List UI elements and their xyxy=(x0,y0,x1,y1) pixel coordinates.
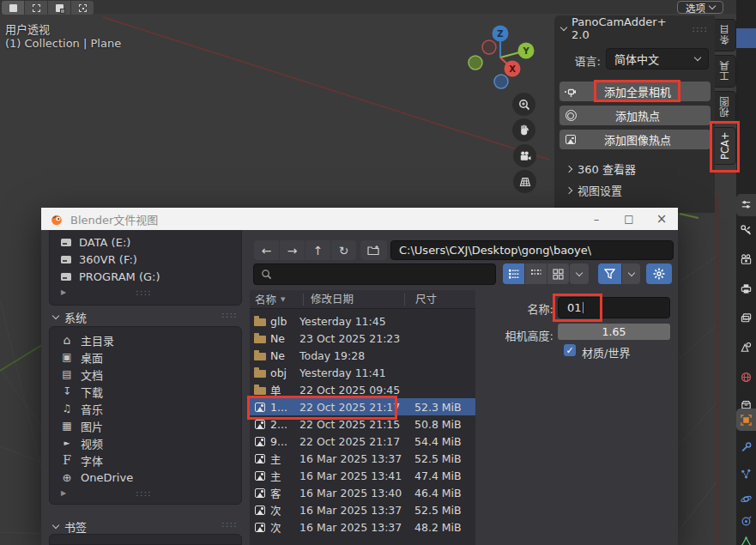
drag-handle[interactable]: :::: xyxy=(136,487,152,499)
panel-header[interactable]: PanoCamAdder+ 2.0 :::: xyxy=(561,21,708,36)
up-button[interactable]: ↑ xyxy=(305,240,330,260)
file-row-image[interactable]: 9...22 Oct 2025 21:1754.4 MiB xyxy=(250,433,475,450)
sidebar-item-music[interactable]: ♫ 音乐 xyxy=(50,400,241,417)
system-box: ⌂ 主目录 ▣ 桌面 ▤ 文档 ↧ 下载 ♫ 音乐 ▦ 图片 xyxy=(49,326,242,505)
display-mode-group xyxy=(503,263,569,284)
search-input[interactable] xyxy=(253,263,496,285)
file-row-image[interactable]: 主16 Mar 2025 13:4147.4 MiB xyxy=(250,467,475,484)
sidebar-item-home[interactable]: ⌂ 主目录 xyxy=(50,331,241,348)
drag-handle[interactable]: :::: xyxy=(221,518,238,530)
drag-handle[interactable]: :::: xyxy=(136,287,152,298)
sidebar-item-fonts[interactable]: F 字体 xyxy=(50,451,241,469)
column-date[interactable]: 修改日期 xyxy=(303,294,404,306)
camera-view-button[interactable] xyxy=(513,144,536,167)
volume-item[interactable]: 360VR (F:) xyxy=(50,251,241,268)
add-image-hotspot-button[interactable]: 添加图像热点 xyxy=(559,130,711,149)
constraints-tab-icon[interactable] xyxy=(738,513,754,530)
navigation-gizmo[interactable]: Z Y X xyxy=(459,17,545,94)
add-hotspot-button[interactable]: 添加热点 xyxy=(559,106,711,125)
select-lasso-button[interactable] xyxy=(71,1,94,15)
section-360-viewer[interactable]: 360 查看器 xyxy=(566,160,636,177)
column-size[interactable]: 尺寸 xyxy=(404,294,475,306)
perspective-toggle-button[interactable] xyxy=(513,170,536,193)
vertical-list-view-button[interactable] xyxy=(503,263,524,284)
hotspot-target-icon xyxy=(559,110,582,121)
drag-handle[interactable]: :::: xyxy=(692,23,708,34)
volume-item[interactable]: PROGRAM (G:) xyxy=(50,268,241,285)
filter-options-dropdown[interactable] xyxy=(622,263,640,284)
view-layer-tab-icon[interactable] xyxy=(738,310,754,326)
world-tab-icon[interactable] xyxy=(738,369,754,385)
file-row-image[interactable]: 主16 Mar 2025 13:3752.5 MiB xyxy=(250,450,475,467)
drag-handle[interactable]: :::: xyxy=(221,309,238,320)
expand-arrow-icon[interactable]: ▶ xyxy=(61,288,66,296)
gear-icon xyxy=(653,268,665,280)
system-section-header[interactable]: 系统 xyxy=(53,309,87,325)
add-image-hotspot-label: 添加图像热点 xyxy=(582,131,693,148)
camera-height-slider[interactable]: 1.65 xyxy=(558,324,670,340)
minimize-button[interactable]: – xyxy=(580,208,613,230)
particles-tab-icon[interactable] xyxy=(738,466,754,482)
back-button[interactable]: ← xyxy=(254,240,279,260)
folder-icon xyxy=(254,336,266,343)
select-box-button[interactable] xyxy=(25,1,47,15)
file-row-image[interactable]: 次16 Mar 2025 13:3748.2 MiB xyxy=(250,518,475,536)
filter-toggle-button[interactable] xyxy=(598,263,621,284)
tab-view[interactable]: 视图 xyxy=(715,91,736,124)
highlight-pca-tab xyxy=(710,121,740,173)
nav-button-group: ← → ↑ ↻ xyxy=(254,240,356,260)
select-tweak-button[interactable] xyxy=(2,1,24,15)
file-row-folder[interactable]: NeToday 19:28 xyxy=(250,347,475,364)
material-world-checkbox[interactable]: ✓ xyxy=(564,344,576,356)
close-button[interactable]: × xyxy=(645,208,678,230)
sidebar-item-downloads[interactable]: ↧ 下载 xyxy=(50,383,241,400)
display-settings-dropdown[interactable] xyxy=(570,263,589,284)
zoom-icon xyxy=(517,98,531,112)
options-button[interactable]: 选项 xyxy=(677,1,723,14)
output-tab-icon[interactable] xyxy=(738,281,754,297)
sidebar-item-desktop[interactable]: ▣ 桌面 xyxy=(50,348,241,366)
new-folder-button[interactable] xyxy=(360,240,387,260)
highlight-name-input xyxy=(553,294,602,322)
maximize-button[interactable]: □ xyxy=(613,208,645,230)
sidebar-item-pictures[interactable]: ▦ 图片 xyxy=(50,417,241,434)
hand-icon xyxy=(517,124,530,136)
dialog-titlebar[interactable]: Blender文件视图 – □ × xyxy=(41,208,678,230)
settings-button[interactable] xyxy=(646,263,672,284)
section-view-settings[interactable]: 视图设置 xyxy=(566,182,622,198)
render-tab-icon[interactable] xyxy=(738,251,754,268)
sidebar-item-onedrive[interactable]: ⊕ OneDrive xyxy=(50,469,241,486)
thumbnail-view-button[interactable] xyxy=(547,263,569,284)
scene-tab-icon[interactable] xyxy=(738,339,754,355)
select-circle-button[interactable] xyxy=(48,1,70,15)
modifiers-tab-icon[interactable] xyxy=(738,439,754,456)
bookmarks-section-header[interactable]: 书签 xyxy=(53,518,87,535)
file-row-folder[interactable]: glbYesterday 11:45 xyxy=(250,312,475,330)
pan-tool-button[interactable] xyxy=(512,118,535,142)
tab-item[interactable]: 条目 xyxy=(715,19,736,51)
sidebar-item-videos[interactable]: ► 视频 xyxy=(50,434,241,451)
system-footer[interactable]: ▶ :::: xyxy=(50,486,241,500)
forward-button[interactable]: → xyxy=(280,240,305,260)
language-dropdown[interactable]: 简体中文 xyxy=(606,48,709,70)
file-row-image[interactable]: 次16 Mar 2025 13:3752.5 MiB xyxy=(250,501,475,518)
expand-arrow-icon[interactable]: ▶ xyxy=(61,489,66,497)
volume-item[interactable]: DATA (E:) xyxy=(50,233,241,251)
tab-tool[interactable]: 工具 xyxy=(715,55,736,88)
volumes-footer[interactable]: ▶ :::: xyxy=(50,285,241,299)
path-field[interactable]: C:\Users\CXJ\Desktop\gong\baoye\ xyxy=(390,240,674,260)
horizontal-list-view-button[interactable] xyxy=(525,263,547,284)
tool-tab-icon[interactable] xyxy=(738,222,754,239)
file-row-folder[interactable]: objYesterday 11:41 xyxy=(250,364,475,381)
object-data-tab-icon[interactable] xyxy=(738,534,754,545)
zoom-tool-button[interactable] xyxy=(512,93,535,116)
refresh-button[interactable]: ↻ xyxy=(331,240,356,260)
grid-icon xyxy=(518,175,532,189)
physics-tab-icon[interactable] xyxy=(738,491,754,507)
sidebar-item-documents[interactable]: ▤ 文档 xyxy=(50,366,241,383)
file-row-folder[interactable]: Ne23 Oct 2025 21:23 xyxy=(250,330,475,347)
column-name[interactable]: 名称 ▼ xyxy=(250,291,303,307)
file-row-image[interactable]: 客16 Mar 2025 13:4046.4 MiB xyxy=(250,484,475,501)
object-tab-icon[interactable] xyxy=(738,412,754,428)
editor-type-icon[interactable] xyxy=(738,197,754,213)
